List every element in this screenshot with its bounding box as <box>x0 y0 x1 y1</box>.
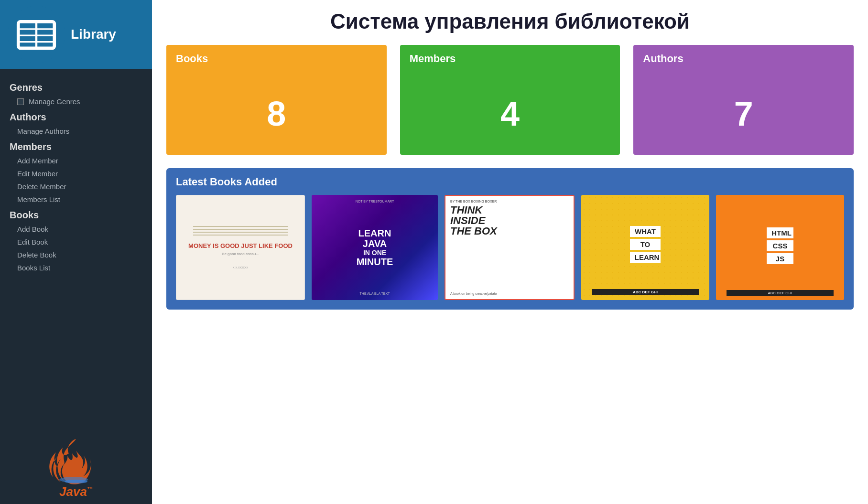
sidebar: Library Genres Manage Genres Authors Man… <box>0 0 152 504</box>
book-java-in: IN ONE <box>357 249 393 257</box>
stat-card-members-body: 4 <box>400 73 620 155</box>
stat-card-books-header: Books <box>166 45 387 73</box>
stat-card-members-count: 4 <box>500 94 520 133</box>
manage-genres-checkbox[interactable] <box>17 98 24 105</box>
book-html-content: HTML CSS JS <box>765 202 795 290</box>
stat-card-books[interactable]: Books 8 <box>166 45 387 155</box>
stat-card-authors[interactable]: Authors 7 <box>633 45 854 155</box>
stat-card-authors-count: 7 <box>734 94 753 133</box>
sidebar-section-members[interactable]: Members <box>0 138 152 154</box>
book-think-subtitle: A book on being creative'patato <box>450 288 497 295</box>
latest-books-section: Latest Books Added MONEY IS GOOD JUST LI… <box>166 168 854 310</box>
sidebar-item-books-list[interactable]: Books List <box>0 261 152 274</box>
book-html-word1: HTML <box>767 227 793 238</box>
book-money-subtitle: Be good food consu... <box>222 252 259 256</box>
sidebar-item-edit-book[interactable]: Edit Book <box>0 236 152 248</box>
sidebar-item-delete-book[interactable]: Delete Book <box>0 248 152 261</box>
stat-card-books-count: 8 <box>267 94 286 133</box>
book-cover-money[interactable]: MONEY IS GOOD JUST LIKE FOOD Be good foo… <box>176 195 305 300</box>
book-think-title: THINK INSIDE THE BOX <box>450 205 497 236</box>
library-icon <box>8 6 65 63</box>
book-java-java: JAVA <box>357 238 393 249</box>
book-line <box>193 232 288 233</box>
sidebar-nav: Genres Manage Genres Authors Manage Auth… <box>0 69 152 434</box>
book-html-word2: CSS <box>767 240 793 251</box>
book-java-main: LEARN JAVA IN ONE MINUTE <box>357 228 393 268</box>
stat-card-authors-body: 7 <box>633 73 854 155</box>
sidebar-item-edit-member[interactable]: Edit Member <box>0 167 152 180</box>
page-title: Система управления библиотекой <box>166 10 854 33</box>
sidebar-section-authors[interactable]: Authors <box>0 108 152 125</box>
book-think-byline: BY THE BOX BOXING BOXER <box>450 200 497 203</box>
book-what-badge: ABC DEF GHI <box>592 289 698 295</box>
main-content: Система управления библиотекой Books 8 M… <box>152 0 868 504</box>
book-line <box>193 235 288 236</box>
book-java-top: NOT BY TRESTOUMART <box>356 200 394 203</box>
sidebar-item-manage-genres[interactable]: Manage Genres <box>0 95 152 108</box>
stats-row: Books 8 Members 4 Authors 7 <box>166 45 854 155</box>
stat-card-members[interactable]: Members 4 <box>400 45 620 155</box>
book-html-badge: ABC DEF GHI <box>727 290 833 296</box>
java-flame-icon <box>47 434 105 492</box>
book-cover-java[interactable]: NOT BY TRESTOUMART LEARN JAVA IN ONE MIN… <box>312 195 438 300</box>
book-what-word1: WHAT <box>630 226 661 237</box>
book-line <box>193 226 288 227</box>
book-html-word3: JS <box>767 253 793 264</box>
book-java-minute: MINUTE <box>357 257 393 268</box>
svg-point-10 <box>65 480 87 483</box>
book-what-word3: LEARN <box>630 252 661 263</box>
sidebar-title: Library <box>71 27 116 42</box>
book-java-learn: LEARN <box>357 228 393 238</box>
stat-card-authors-header: Authors <box>633 45 854 73</box>
latest-books-title: Latest Books Added <box>176 176 844 188</box>
book-cover-think[interactable]: BY THE BOX BOXING BOXER THINK INSIDE THE… <box>445 195 575 300</box>
book-what-content: WHAT TO LEARN <box>628 200 662 289</box>
book-cover-what[interactable]: WHAT TO LEARN ABC DEF GHI <box>581 195 709 300</box>
sidebar-section-books[interactable]: Books <box>0 206 152 223</box>
book-line <box>193 229 288 230</box>
book-money-title: MONEY IS GOOD JUST LIKE FOOD <box>188 242 293 250</box>
java-logo-area: Java™ <box>0 434 152 504</box>
books-row: MONEY IS GOOD JUST LIKE FOOD Be good foo… <box>176 195 844 300</box>
sidebar-item-add-book[interactable]: Add Book <box>0 223 152 236</box>
book-what-word2: TO <box>630 239 661 250</box>
book-cover-html[interactable]: HTML CSS JS ABC DEF GHI <box>716 195 844 300</box>
page-title-area: Система управления библиотекой <box>166 0 854 45</box>
stat-card-books-body: 8 <box>166 73 387 155</box>
java-label: Java™ <box>59 484 93 499</box>
sidebar-item-add-member[interactable]: Add Member <box>0 154 152 167</box>
sidebar-item-members-list[interactable]: Members List <box>0 193 152 206</box>
book-java-bottom: THE ALA BLA TEXT <box>360 292 390 295</box>
sidebar-section-genres[interactable]: Genres <box>0 78 152 95</box>
book-money-author: x.x.xxxxxx <box>233 266 248 269</box>
sidebar-header: Library <box>0 0 152 69</box>
stat-card-members-header: Members <box>400 45 620 73</box>
sidebar-item-delete-member[interactable]: Delete Member <box>0 180 152 193</box>
sidebar-item-manage-authors[interactable]: Manage Authors <box>0 125 152 138</box>
